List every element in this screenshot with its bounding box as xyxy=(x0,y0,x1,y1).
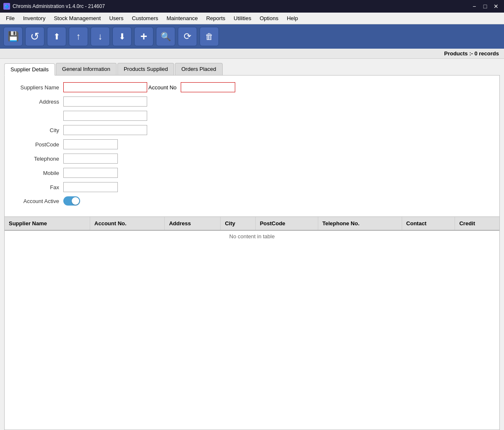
mobile-row: Mobile xyxy=(13,168,491,178)
status-text: Products :- 0 records xyxy=(444,50,499,57)
table-header-row: Supplier Name Account No. Address City P… xyxy=(5,217,499,230)
maximize-button[interactable]: □ xyxy=(481,2,490,11)
titlebar: 🔷 Chromis Administration v1.4.0rc - 2146… xyxy=(0,0,504,13)
telephone-row: Telephone xyxy=(13,154,491,164)
postcode-input[interactable] xyxy=(63,139,118,149)
toolbar: 💾 ↺ ⬆ ↑ ↓ ⬇ + 🔍 ⟳ 🗑 xyxy=(0,24,504,49)
account-active-label: Account Active xyxy=(13,198,63,204)
fax-input[interactable] xyxy=(63,182,118,192)
refresh-button[interactable]: ↺ xyxy=(25,27,44,46)
mobile-label: Mobile xyxy=(13,170,63,176)
titlebar-left: 🔷 Chromis Administration v1.4.0rc - 2146… xyxy=(3,3,105,10)
account-active-row: Account Active xyxy=(13,196,491,206)
table-body: No content in table xyxy=(5,230,499,242)
tab-general-information[interactable]: General Information xyxy=(56,63,117,75)
col-telephone-no: Telephone No. xyxy=(318,217,402,230)
form-panel: Suppliers Name Account No Address xyxy=(4,75,500,217)
col-account-no: Account No. xyxy=(90,217,165,230)
search-button[interactable]: 🔍 xyxy=(156,27,175,46)
tabs-and-form: Supplier Details General Information Pro… xyxy=(0,59,504,217)
tabs-row: Supplier Details General Information Pro… xyxy=(4,63,500,75)
col-contact: Contact xyxy=(402,217,455,230)
fax-label: Fax xyxy=(13,184,63,190)
titlebar-title: Chromis Administration v1.4.0rc - 214607 xyxy=(13,3,105,9)
suppliers-name-label: Suppliers Name xyxy=(13,84,63,91)
delete-button[interactable]: 🗑 xyxy=(200,27,219,46)
col-postcode: PostCode xyxy=(255,217,318,230)
telephone-label: Telephone xyxy=(13,156,63,162)
col-city: City xyxy=(221,217,255,230)
address-row-1: Address xyxy=(13,96,491,107)
menu-help[interactable]: Help xyxy=(283,13,302,23)
account-no-input[interactable] xyxy=(181,82,235,92)
first-record-button[interactable]: ⬆ xyxy=(47,27,66,46)
mobile-input[interactable] xyxy=(63,168,118,178)
suppliers-name-input[interactable] xyxy=(63,82,147,92)
fax-row: Fax xyxy=(13,182,491,192)
minimize-button[interactable]: − xyxy=(470,2,479,11)
titlebar-controls: − □ ✕ xyxy=(470,2,501,11)
menu-stock[interactable]: Stock Management xyxy=(49,13,105,23)
city-input[interactable] xyxy=(63,125,147,135)
col-address: Address xyxy=(165,217,221,230)
menu-utilities[interactable]: Utilities xyxy=(229,13,255,23)
table-section: Supplier Name Account No. Address City P… xyxy=(4,217,500,430)
menubar: File Inventory Stock Management Users Cu… xyxy=(0,13,504,24)
menu-reports[interactable]: Reports xyxy=(202,13,230,23)
close-button[interactable]: ✕ xyxy=(491,2,501,11)
city-row: City xyxy=(13,125,491,135)
telephone-input[interactable] xyxy=(63,154,118,164)
data-table: Supplier Name Account No. Address City P… xyxy=(5,217,499,242)
next-record-button[interactable]: ↓ xyxy=(91,27,110,46)
col-supplier-name: Supplier Name xyxy=(5,217,90,230)
prev-record-button[interactable]: ↑ xyxy=(69,27,88,46)
tab-products-supplied[interactable]: Products Supplied xyxy=(117,63,174,75)
copy-button[interactable]: ⟳ xyxy=(178,27,197,46)
menu-file[interactable]: File xyxy=(2,13,19,23)
no-content-row: No content in table xyxy=(5,230,499,242)
menu-users[interactable]: Users xyxy=(105,13,127,23)
address-row-2 xyxy=(13,111,491,121)
account-no-label: Account No xyxy=(147,84,181,91)
menu-options[interactable]: Options xyxy=(255,13,283,23)
address-input-1[interactable] xyxy=(63,96,147,107)
address-input-2[interactable] xyxy=(63,111,147,121)
statusbar: Products :- 0 records xyxy=(0,49,504,59)
menu-maintenance[interactable]: Maintenance xyxy=(162,13,202,23)
tab-supplier-details[interactable]: Supplier Details xyxy=(4,63,55,76)
postcode-row: PostCode xyxy=(13,139,491,149)
last-record-button[interactable]: ⬇ xyxy=(112,27,132,46)
menu-inventory[interactable]: Inventory xyxy=(19,13,49,23)
tab-orders-placed[interactable]: Orders Placed xyxy=(175,63,222,75)
content-area: Products :- 0 records Supplier Details G… xyxy=(0,49,504,430)
city-label: City xyxy=(13,127,63,133)
no-content-cell: No content in table xyxy=(5,230,499,242)
postcode-label: PostCode xyxy=(13,141,63,148)
account-active-toggle[interactable] xyxy=(63,196,80,206)
menu-customers[interactable]: Customers xyxy=(127,13,162,23)
suppliers-name-row: Suppliers Name Account No xyxy=(13,82,491,92)
address-label: Address xyxy=(13,99,63,105)
app-icon: 🔷 xyxy=(3,3,10,10)
add-button[interactable]: + xyxy=(134,27,153,46)
col-credit: Credit xyxy=(455,217,499,230)
save-button[interactable]: 💾 xyxy=(3,27,23,46)
